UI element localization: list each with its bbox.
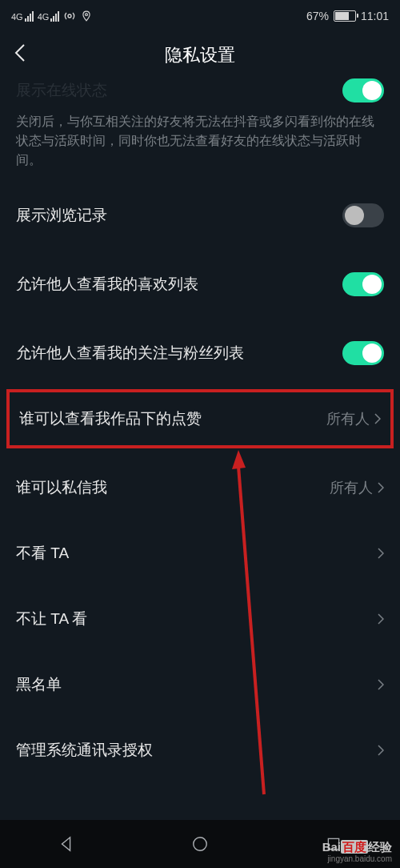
signal-2: 4G [38, 11, 60, 22]
nfc-icon [63, 10, 76, 22]
nav-back-button[interactable] [55, 833, 78, 855]
row-browse-history[interactable]: 展示浏览记录 [0, 181, 400, 250]
signal-1-label: 4G [11, 12, 23, 22]
watermark-brand-c: 经验 [368, 840, 392, 854]
chevron-right-icon [378, 477, 384, 498]
chevron-right-icon [378, 740, 384, 761]
row-label-show-follow: 允许他人查看我的关注与粉丝列表 [16, 343, 244, 364]
row-label-who-dm: 谁可以私信我 [16, 477, 107, 498]
row-label-who-sees-likes: 谁可以查看我作品下的点赞 [19, 408, 202, 429]
row-block-view[interactable]: 不看 TA [0, 520, 400, 586]
row-blacklist[interactable]: 黑名单 [0, 652, 400, 717]
back-button[interactable] [14, 42, 26, 68]
nav-home-button[interactable] [189, 833, 211, 855]
signal-1: 4G [11, 11, 34, 22]
watermark-url: jingyan.baidu.com [322, 854, 392, 864]
header: 隐私设置 [0, 32, 400, 78]
row-show-likes[interactable]: 允许他人查看我的喜欢列表 [0, 250, 400, 319]
row-label-contacts: 管理系统通讯录授权 [16, 740, 153, 761]
row-value-who-sees-likes: 所有人 [326, 409, 370, 428]
chevron-right-icon [378, 609, 384, 629]
row-label-hide-from: 不让 TA 看 [16, 609, 87, 629]
row-label-online-status: 展示在线状态 [16, 80, 107, 101]
row-label-show-likes: 允许他人查看我的喜欢列表 [16, 274, 198, 295]
location-icon [80, 10, 93, 22]
watermark-brand-a: Bai [322, 840, 341, 854]
battery-percent: 67% [306, 10, 329, 22]
signal-2-label: 4G [38, 12, 50, 22]
toggle-browse-history[interactable] [342, 203, 384, 227]
toggle-online-status[interactable] [342, 78, 384, 102]
annotation-highlight: 谁可以查看我作品下的点赞 所有人 [6, 389, 394, 448]
row-who-dm[interactable]: 谁可以私信我 所有人 [0, 455, 400, 520]
row-show-follow[interactable]: 允许他人查看我的关注与粉丝列表 [0, 319, 400, 388]
watermark: Bai百度经验 jingyan.baidu.com [322, 840, 392, 864]
clock: 11:01 [361, 10, 389, 22]
page-title: 隐私设置 [165, 43, 235, 67]
svg-point-4 [194, 838, 207, 851]
online-status-description: 关闭后，与你互相关注的好友将无法在抖音或多闪看到你的在线状态与活跃时间，同时你也… [0, 109, 400, 181]
watermark-brand-b: 百度 [341, 840, 368, 854]
row-online-status[interactable]: 展示在线状态 [0, 78, 400, 109]
row-value-who-dm: 所有人 [330, 478, 373, 497]
svg-point-0 [68, 14, 71, 18]
toggle-show-likes[interactable] [342, 272, 384, 296]
status-left: 4G 4G [11, 10, 93, 22]
chevron-right-icon [374, 408, 381, 429]
svg-point-1 [86, 14, 88, 16]
status-bar: 4G 4G 67% 11:01 [0, 0, 400, 32]
row-contacts[interactable]: 管理系统通讯录授权 [0, 717, 400, 783]
status-right: 67% 11:01 [306, 10, 389, 22]
toggle-show-follow[interactable] [342, 341, 384, 365]
row-hide-from[interactable]: 不让 TA 看 [0, 586, 400, 652]
row-label-block-view: 不看 TA [16, 543, 69, 564]
content: 展示在线状态 关闭后，与你互相关注的好友将无法在抖音或多闪看到你的在线状态与活跃… [0, 78, 400, 783]
chevron-right-icon [378, 543, 384, 564]
battery-icon [334, 10, 356, 22]
row-label-browse-history: 展示浏览记录 [16, 205, 107, 226]
row-who-sees-likes[interactable]: 谁可以查看我作品下的点赞 所有人 [10, 392, 390, 445]
row-label-blacklist: 黑名单 [16, 674, 62, 695]
chevron-right-icon [378, 674, 384, 695]
